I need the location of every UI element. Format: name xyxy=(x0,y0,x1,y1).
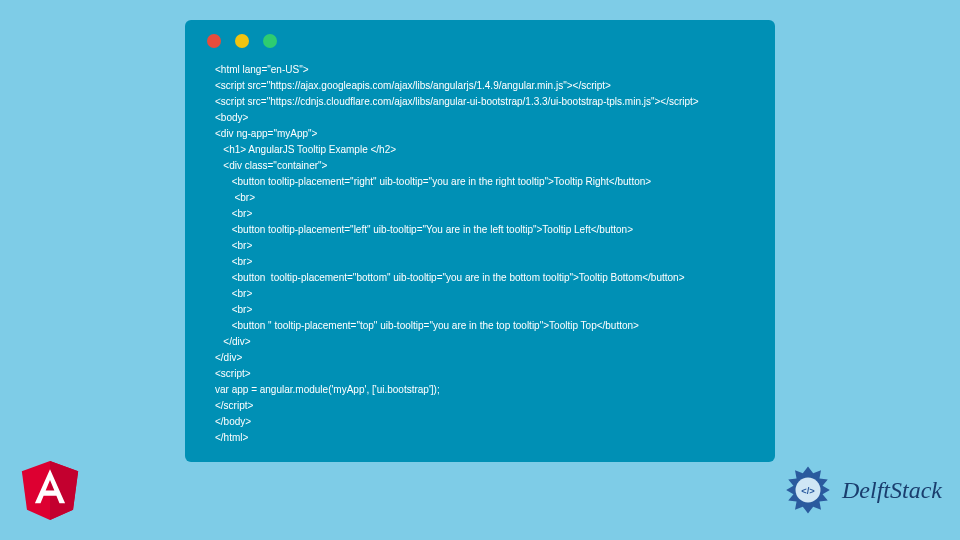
window-traffic-lights xyxy=(207,34,757,48)
svg-text:</>: </> xyxy=(801,486,815,496)
delftstack-brand: </> DelftStack xyxy=(782,464,942,516)
brand-text: DelftStack xyxy=(842,477,942,504)
delftstack-logo-icon: </> xyxy=(782,464,834,516)
angular-logo-icon xyxy=(18,454,82,522)
minimize-icon xyxy=(235,34,249,48)
code-block: <html lang="en-US"> <script src="https:/… xyxy=(203,62,757,446)
code-window: <html lang="en-US"> <script src="https:/… xyxy=(185,20,775,462)
maximize-icon xyxy=(263,34,277,48)
close-icon xyxy=(207,34,221,48)
svg-marker-1 xyxy=(50,461,78,520)
